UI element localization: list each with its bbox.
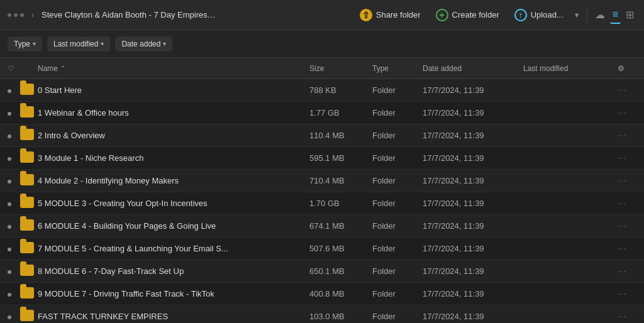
- row-type-4: Folder: [372, 176, 423, 185]
- header-bar: › Steve Clayton & Aidan Booth - 7 Day Em…: [0, 0, 644, 30]
- row-options-10[interactable]: ⋯: [618, 312, 636, 322]
- last-modified-chevron: ▾: [101, 40, 104, 47]
- row-date-3: 17/7/2024, 11:39: [423, 153, 523, 163]
- row-folder-icon-9: [20, 287, 38, 300]
- row-name-9: 9 MODULE 7 - Driving Traffic Fast Track …: [38, 289, 309, 298]
- row-options-6[interactable]: ⋯: [618, 221, 636, 231]
- row-date-10: 17/7/2024, 11:39: [423, 312, 523, 321]
- row-date-0: 17/7/2024, 11:39: [423, 85, 523, 95]
- row-type-6: Folder: [372, 221, 423, 231]
- row-size-4: 710.4 MB: [309, 176, 372, 185]
- row-dot-8: [8, 266, 20, 276]
- row-dot-9: [8, 289, 20, 298]
- row-name-7: 7 MODULE 5 - Creating & Launching Your E…: [38, 244, 309, 253]
- col-size-header[interactable]: Size: [309, 64, 372, 73]
- row-size-3: 595.1 MB: [309, 153, 372, 163]
- row-options-1[interactable]: ⋯: [618, 108, 636, 118]
- table-row[interactable]: 2 Intro & Overview 110.4 MB Folder 17/7/…: [0, 124, 644, 147]
- row-name-8: 8 MODULE 6 - 7-Day Fast-Track Set Up: [38, 266, 309, 276]
- row-name-6: 6 MODULE 4 - Building Your Pages & Going…: [38, 221, 309, 231]
- table-row[interactable]: 4 Module 2 - Identifying Money Makers 71…: [0, 170, 644, 192]
- upload-button[interactable]: ↑ Upload...: [508, 5, 570, 25]
- upload-dropdown-button[interactable]: ▼: [572, 10, 582, 20]
- row-folder-icon-2: [20, 129, 38, 142]
- table-row[interactable]: FAST TRACK TURNKEY EMPIRES 103.0 MB Fold…: [0, 305, 644, 323]
- row-date-1: 17/7/2024, 11:39: [423, 108, 523, 118]
- row-dot-2: [8, 131, 20, 140]
- row-dot-6: [8, 221, 20, 231]
- row-date-4: 17/7/2024, 11:39: [423, 176, 523, 185]
- row-date-5: 17/7/2024, 11:39: [423, 199, 523, 208]
- table-row[interactable]: 6 MODULE 4 - Building Your Pages & Going…: [0, 215, 644, 238]
- grid-view-button[interactable]: ⊞: [623, 6, 636, 23]
- row-dot-7: [8, 244, 20, 253]
- table-row[interactable]: 3 Module 1 - Niche Research 595.1 MB Fol…: [0, 147, 644, 170]
- table-row[interactable]: 1 Webinar & Office hours 1.77 GB Folder …: [0, 102, 644, 124]
- type-filter-button[interactable]: Type ▾: [8, 36, 42, 52]
- create-icon: +: [436, 9, 448, 21]
- row-name-10: FAST TRACK TURNKEY EMPIRES: [38, 312, 309, 321]
- row-date-2: 17/7/2024, 11:39: [423, 131, 523, 140]
- row-name-4: 4 Module 2 - Identifying Money Makers: [38, 176, 309, 185]
- row-options-9[interactable]: ⋯: [618, 289, 636, 299]
- table-row[interactable]: 7 MODULE 5 - Creating & Launching Your E…: [0, 238, 644, 260]
- row-type-3: Folder: [372, 153, 423, 163]
- row-name-3: 3 Module 1 - Niche Research: [38, 153, 309, 163]
- share-folder-button[interactable]: ⇧ Share folder: [353, 5, 427, 25]
- row-date-6: 17/7/2024, 11:39: [423, 221, 523, 231]
- row-size-10: 103.0 MB: [309, 312, 372, 321]
- col-last-modified-header[interactable]: Last modified: [523, 64, 618, 73]
- row-options-7[interactable]: ⋯: [618, 244, 636, 254]
- share-icon: ⇧: [360, 9, 372, 21]
- row-dot-3: [8, 153, 20, 163]
- row-options-4[interactable]: ⋯: [618, 176, 636, 186]
- date-added-chevron: ▾: [163, 40, 166, 47]
- col-name-header[interactable]: Name ⌃: [38, 64, 309, 73]
- breadcrumb-title: Steve Clayton & Aidan Booth - 7 Day Empi…: [42, 10, 218, 19]
- row-folder-icon-0: [20, 84, 38, 97]
- col-type-header[interactable]: Type: [372, 64, 423, 73]
- header-divider: [587, 8, 587, 23]
- table-row[interactable]: 0 Start Here 788 KB Folder 17/7/2024, 11…: [0, 79, 644, 102]
- row-folder-icon-10: [20, 310, 38, 323]
- row-dot-1: [8, 108, 20, 118]
- window-dots: [8, 13, 24, 17]
- last-modified-filter-button[interactable]: Last modified ▾: [47, 36, 110, 52]
- row-options-5[interactable]: ⋯: [618, 199, 636, 209]
- row-size-1: 1.77 GB: [309, 108, 372, 118]
- row-size-7: 507.6 MB: [309, 244, 372, 253]
- create-folder-button[interactable]: + Create folder: [430, 5, 506, 25]
- row-options-0[interactable]: ⋯: [618, 85, 636, 96]
- row-date-9: 17/7/2024, 11:39: [423, 289, 523, 298]
- upload-icon: ↑: [514, 9, 527, 21]
- row-folder-icon-8: [20, 265, 38, 278]
- row-options-2[interactable]: ⋯: [618, 131, 636, 141]
- row-dot-0: [8, 85, 20, 95]
- row-options-8[interactable]: ⋯: [618, 266, 636, 276]
- row-dot-5: [8, 199, 20, 208]
- list-view-button[interactable]: ≡: [610, 6, 621, 24]
- row-name-5: 5 MODULE 3 - Creating Your Opt-In Incent…: [38, 199, 309, 208]
- row-size-8: 650.1 MB: [309, 266, 372, 276]
- header-actions: ⇧ Share folder + Create folder ↑ Upload.…: [353, 5, 636, 25]
- row-options-3[interactable]: ⋯: [618, 153, 636, 163]
- col-date-added-header[interactable]: Date added: [423, 64, 523, 73]
- row-dot-4: [8, 176, 20, 185]
- row-size-2: 110.4 MB: [309, 131, 372, 140]
- row-folder-icon-4: [20, 174, 38, 187]
- table-row[interactable]: 9 MODULE 7 - Driving Traffic Fast Track …: [0, 283, 644, 305]
- row-date-8: 17/7/2024, 11:39: [423, 266, 523, 276]
- row-type-0: Folder: [372, 85, 423, 95]
- date-added-filter-button[interactable]: Date added ▾: [115, 36, 172, 52]
- table-row[interactable]: 5 MODULE 3 - Creating Your Opt-In Incent…: [0, 192, 644, 215]
- row-size-5: 1.70 GB: [309, 199, 372, 208]
- row-type-2: Folder: [372, 131, 423, 140]
- col-settings-header[interactable]: ⚙: [618, 64, 636, 73]
- row-type-10: Folder: [372, 312, 423, 321]
- cloud-view-button[interactable]: ☁: [592, 6, 608, 23]
- col-favorite: ♡: [8, 64, 20, 73]
- row-name-2: 2 Intro & Overview: [38, 131, 309, 140]
- row-name-0: 0 Start Here: [38, 85, 309, 95]
- row-size-6: 674.1 MB: [309, 221, 372, 231]
- table-row[interactable]: 8 MODULE 6 - 7-Day Fast-Track Set Up 650…: [0, 260, 644, 283]
